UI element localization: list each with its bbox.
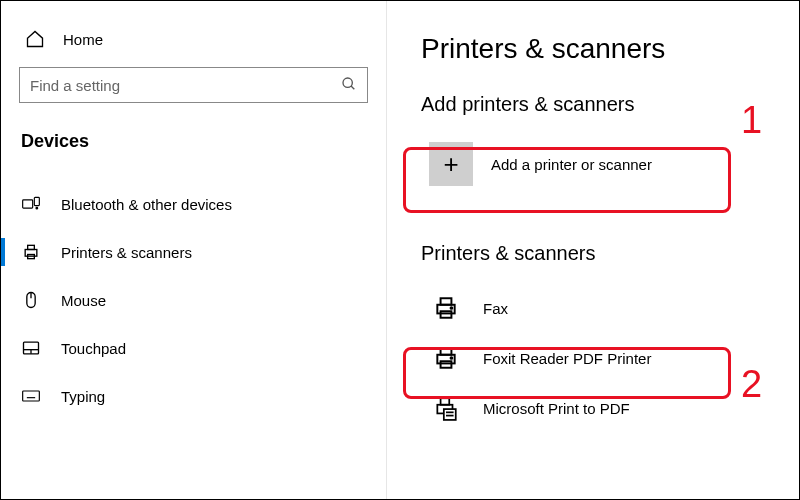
svg-rect-29: [444, 409, 456, 420]
search-icon: [341, 76, 357, 95]
sidebar-item-label: Typing: [61, 388, 105, 405]
printer-label: Fax: [483, 300, 508, 317]
keyboard-icon: [21, 386, 41, 406]
sidebar-item-label: Printers & scanners: [61, 244, 192, 261]
svg-point-0: [343, 78, 352, 87]
svg-line-1: [351, 86, 354, 89]
svg-point-4: [36, 207, 38, 209]
printer-item-foxit[interactable]: Foxit Reader PDF Printer: [421, 333, 751, 383]
sidebar-item-touchpad[interactable]: Touchpad: [1, 324, 386, 372]
sidebar-item-label: Mouse: [61, 292, 106, 309]
home-icon: [25, 29, 45, 49]
add-printer-button[interactable]: + Add a printer or scanner: [421, 134, 751, 194]
printer-item-fax[interactable]: Fax: [421, 283, 751, 333]
svg-rect-21: [441, 311, 452, 318]
svg-rect-24: [441, 348, 452, 355]
bluetooth-devices-icon: [21, 194, 41, 214]
svg-point-22: [451, 307, 453, 309]
svg-rect-28: [441, 398, 450, 405]
sidebar-item-typing[interactable]: Typing: [1, 372, 386, 420]
printer-list: Fax Foxit Reader PDF Printer: [421, 283, 799, 433]
sidebar-heading: Devices: [1, 127, 386, 180]
svg-rect-20: [441, 298, 452, 305]
printer-device-icon: [429, 343, 463, 373]
sidebar-item-label: Bluetooth & other devices: [61, 196, 232, 213]
mouse-icon: [21, 290, 41, 310]
svg-rect-13: [23, 391, 40, 401]
sidebar-item-bluetooth[interactable]: Bluetooth & other devices: [1, 180, 386, 228]
home-nav[interactable]: Home: [1, 23, 386, 67]
printer-label: Microsoft Print to PDF: [483, 400, 630, 417]
sidebar-item-printers[interactable]: Printers & scanners: [1, 228, 386, 276]
svg-rect-2: [23, 200, 33, 208]
search-field-wrap[interactable]: [19, 67, 368, 103]
touchpad-icon: [21, 338, 41, 358]
svg-rect-25: [441, 361, 452, 368]
home-label: Home: [63, 31, 103, 48]
printer-item-ms-pdf[interactable]: Microsoft Print to PDF: [421, 383, 751, 433]
add-printer-label: Add a printer or scanner: [491, 156, 652, 173]
add-section-title: Add printers & scanners: [421, 93, 799, 116]
svg-rect-3: [34, 197, 39, 205]
printers-section-title: Printers & scanners: [421, 242, 799, 265]
content-panel: Printers & scanners Add printers & scann…: [387, 1, 799, 499]
svg-rect-6: [28, 245, 35, 249]
sidebar-item-mouse[interactable]: Mouse: [1, 276, 386, 324]
printer-label: Foxit Reader PDF Printer: [483, 350, 651, 367]
svg-point-26: [451, 357, 453, 359]
sidebar-item-label: Touchpad: [61, 340, 126, 357]
search-input[interactable]: [30, 77, 341, 94]
page-title: Printers & scanners: [421, 33, 799, 65]
plus-icon: +: [429, 142, 473, 186]
printer-icon: [21, 242, 41, 262]
printer-device-icon: [429, 293, 463, 323]
pdf-printer-icon: [429, 393, 463, 423]
settings-sidebar: Home Devices Bluetooth & other devices: [1, 1, 387, 499]
